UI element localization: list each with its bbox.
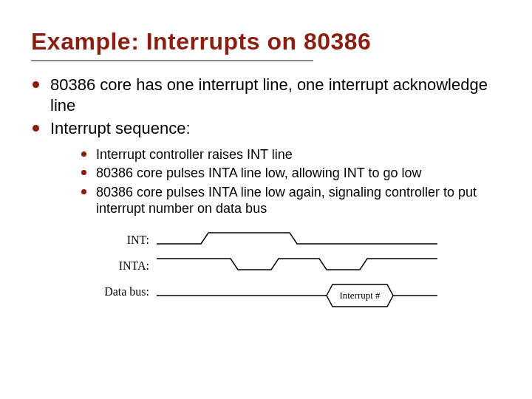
bullet-text: Interrupt sequence:	[50, 119, 191, 137]
main-bullet-list: 80386 core has one interrupt line, one i…	[31, 75, 501, 217]
timing-diagram: INT: INTA: Data bus: Interrupt #	[105, 229, 501, 318]
timing-svg: INT: INTA: Data bus: Interrupt #	[105, 229, 445, 318]
databus-annotation: Interrupt #	[339, 290, 381, 301]
sub-bullet-list: Interrupt controller raises INT line 803…	[50, 146, 501, 217]
waveform-inta	[157, 259, 437, 270]
bullet-text: 80386 core has one interrupt line, one i…	[50, 75, 488, 115]
bullet-item: Interrupt sequence: Interrupt controller…	[31, 118, 501, 217]
slide-title: Example: Interrupts on 80386	[31, 28, 501, 55]
bullet-item: 80386 core has one interrupt line, one i…	[31, 75, 501, 115]
sub-bullet-item: Interrupt controller raises INT line	[80, 146, 501, 163]
sub-bullet-item: 80386 core pulses INTA line low again, s…	[80, 184, 501, 217]
signal-label-inta: INTA:	[119, 259, 149, 272]
slide-root: Example: Interrupts on 80386 80386 core …	[0, 0, 532, 399]
sub-bullet-text: 80386 core pulses INTA line low again, s…	[96, 185, 477, 216]
sub-bullet-text: Interrupt controller raises INT line	[96, 147, 293, 162]
waveform-int	[157, 233, 437, 244]
title-rule	[31, 60, 313, 61]
signal-label-int: INT:	[127, 233, 149, 246]
sub-bullet-text: 80386 core pulses INTA line low, allowin…	[96, 166, 422, 180]
sub-bullet-item: 80386 core pulses INTA line low, allowin…	[80, 165, 501, 182]
signal-label-databus: Data bus:	[105, 285, 149, 298]
